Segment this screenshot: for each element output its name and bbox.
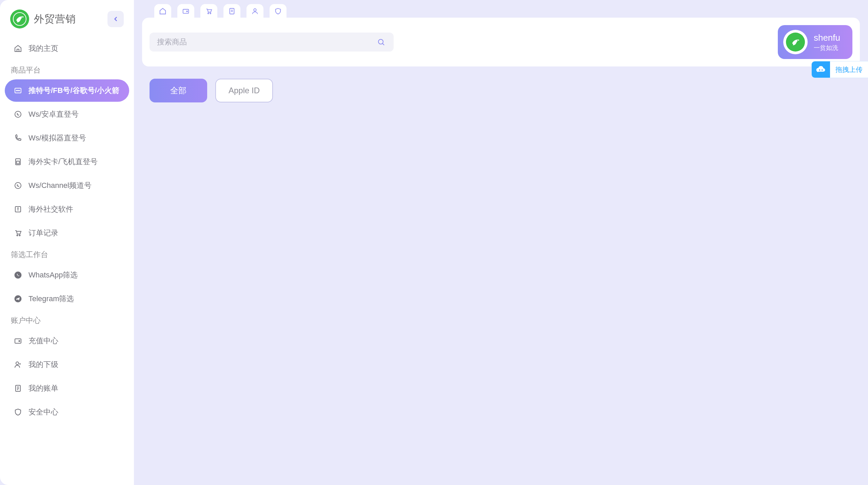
sidebar-item-label: 海外实卡/飞机直登号 [28, 157, 98, 167]
user-name: shenfu [814, 33, 840, 43]
sidebar-item-label: 海外社交软件 [28, 204, 73, 214]
sidebar-item-label: Ws/安卓直登号 [28, 109, 79, 119]
home-icon [14, 44, 22, 53]
sidebar-item-social-apps[interactable]: 海外社交软件 [5, 198, 129, 220]
cart-tab-icon [205, 7, 213, 15]
sidebar-item-overseas-sim[interactable]: 海外实卡/飞机直登号 [5, 151, 129, 173]
cart-icon [14, 229, 22, 237]
svg-point-17 [16, 362, 19, 365]
user-pill[interactable]: shenfu 一贫如洗 [778, 25, 852, 59]
svg-point-11 [17, 235, 18, 236]
sidebar-item-home[interactable]: 我的主页 [5, 37, 129, 60]
user-subtitle: 一贫如洗 [814, 44, 840, 52]
sidebar-item-security[interactable]: 安全中心 [5, 401, 129, 423]
sidebar-item-label: 安全中心 [28, 407, 58, 417]
top-tab-shield[interactable] [270, 4, 287, 18]
main-content: shenfu 一贫如洗 全部 Apple ID 拖拽上传 [134, 0, 868, 485]
sidebar-section-title: 商品平台 [2, 60, 132, 79]
svg-point-24 [254, 9, 256, 11]
social-icon [14, 205, 22, 214]
sidebar-item-label: 我的主页 [28, 43, 58, 54]
chevron-left-icon [112, 16, 119, 22]
sidebar-section-title: 账户中心 [2, 311, 132, 329]
sidebar-item-label: 充值中心 [28, 336, 58, 346]
wallet-icon [14, 336, 22, 345]
brand-title: 外贸营销 [34, 12, 76, 26]
sidebar-item-ws-emulator[interactable]: Ws/模拟器直登号 [5, 127, 129, 149]
pigeon-avatar-icon [789, 36, 802, 48]
shield-icon [14, 408, 22, 416]
filter-label: Apple ID [229, 86, 260, 95]
bill-icon [14, 384, 22, 393]
search-icon [377, 38, 385, 46]
svg-point-6 [15, 111, 21, 117]
sim-icon [14, 157, 22, 166]
sidebar-item-bills[interactable]: 我的账单 [5, 377, 129, 400]
topbar: shenfu 一贫如洗 [142, 4, 860, 66]
svg-point-25 [378, 39, 383, 44]
brand-logo [10, 9, 29, 28]
sidebar-item-label: Telegram筛选 [28, 294, 74, 304]
sidebar-item-label: 订单记录 [28, 228, 58, 238]
sidebar-item-label: 推特号/FB号/谷歌号/小火箭 [28, 85, 119, 96]
sidebar-item-ws-channel[interactable]: Ws/Channel频道号 [5, 174, 129, 197]
bill-tab-icon [228, 7, 236, 15]
wallet-tab-icon [182, 7, 190, 15]
search-box [150, 33, 394, 52]
home-icon [159, 7, 166, 15]
svg-rect-8 [17, 161, 19, 164]
svg-line-26 [382, 43, 384, 45]
upload-label: 拖拽上传 [830, 65, 868, 74]
svg-point-9 [15, 182, 21, 189]
svg-point-1 [22, 17, 23, 18]
svg-point-28 [819, 69, 820, 71]
svg-point-21 [208, 13, 209, 14]
svg-point-5 [19, 90, 20, 91]
sidebar-item-recharge[interactable]: 充值中心 [5, 330, 129, 352]
top-tab-bill[interactable] [223, 4, 240, 18]
top-tab-cart[interactable] [200, 4, 217, 18]
avatar [783, 30, 808, 54]
svg-point-27 [797, 40, 798, 41]
search-card: shenfu 一贫如洗 [142, 18, 860, 66]
sidebar: 外贸营销 我的主页 商品平台 推特号/FB号/谷歌号/小火箭 Ws/安卓直登号 … [0, 0, 134, 485]
phone-icon [14, 134, 22, 142]
sidebar-collapse-button[interactable] [107, 11, 124, 27]
search-button[interactable] [376, 37, 386, 47]
top-tab-home[interactable] [154, 4, 171, 18]
cloud-icon [812, 61, 830, 78]
sidebar-item-label: 我的账单 [28, 383, 58, 393]
whatsapp-icon [14, 181, 22, 190]
filter-all[interactable]: 全部 [150, 79, 207, 102]
whatsapp-filled-icon [14, 271, 22, 279]
svg-point-12 [19, 235, 20, 236]
sidebar-section-title: 筛选工作台 [2, 245, 132, 263]
filter-row: 全部 Apple ID [142, 66, 860, 102]
filter-apple-id[interactable]: Apple ID [215, 79, 273, 102]
sidebar-item-subordinates[interactable]: 我的下级 [5, 353, 129, 376]
svg-point-3 [16, 90, 17, 91]
search-input[interactable] [157, 38, 376, 46]
top-tab-user[interactable] [246, 4, 263, 18]
sidebar-item-label: WhatsApp筛选 [28, 270, 78, 280]
telegram-icon [14, 294, 22, 303]
svg-point-4 [18, 90, 18, 91]
sidebar-item-whatsapp-filter[interactable]: WhatsApp筛选 [5, 264, 129, 286]
upload-widget[interactable]: 拖拽上传 [811, 61, 868, 78]
svg-point-22 [210, 13, 211, 14]
top-tab-wallet[interactable] [177, 4, 194, 18]
user-texts: shenfu 一贫如洗 [814, 33, 840, 52]
user-tab-icon [251, 7, 259, 15]
svg-point-29 [822, 69, 823, 71]
top-tab-row [142, 4, 860, 18]
sidebar-item-accounts[interactable]: 推特号/FB号/谷歌号/小火箭 [5, 79, 129, 102]
sidebar-item-label: 我的下级 [28, 360, 58, 370]
sidebar-item-ws-android[interactable]: Ws/安卓直登号 [5, 103, 129, 125]
svg-point-20 [186, 11, 188, 12]
whatsapp-icon [14, 110, 22, 119]
svg-point-16 [19, 341, 20, 342]
sidebar-item-telegram-filter[interactable]: Telegram筛选 [5, 288, 129, 310]
shield-tab-icon [274, 7, 282, 15]
sidebar-item-orders[interactable]: 订单记录 [5, 222, 129, 244]
filter-label: 全部 [170, 85, 186, 96]
